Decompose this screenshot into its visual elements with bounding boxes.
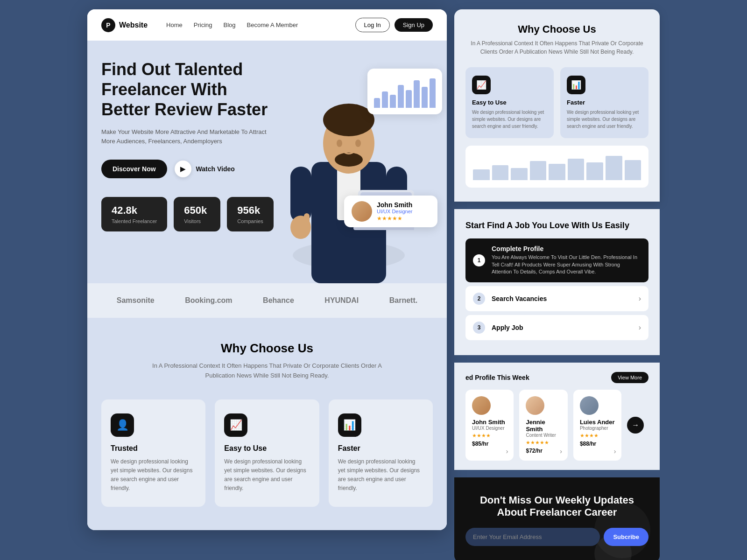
- step-3-chevron: ›: [639, 323, 641, 332]
- profile-john-rate: $85/hr: [472, 441, 507, 447]
- hero-section: Find Out Talented Freelancer With Better…: [87, 41, 447, 283]
- r-bar-3: [511, 168, 528, 180]
- step-2-title: Search Vacancies: [492, 295, 632, 302]
- profile-role: UI/UX Designer: [377, 209, 412, 214]
- right-faster-desc: We design professional looking yet simpl…: [567, 109, 642, 130]
- chart-bar-6: [414, 80, 420, 108]
- profile-jennie-avatar: [526, 396, 544, 415]
- step-2-chevron: ›: [639, 294, 641, 303]
- cta-email-input[interactable]: [465, 528, 600, 546]
- feature-trusted: 👤 Trusted We design professional looking…: [101, 399, 205, 507]
- profiles-list: John Smith UI/UX Designer ★★★★ $85/hr › …: [465, 390, 621, 461]
- view-more-button[interactable]: View More: [611, 372, 648, 383]
- right-chart: [465, 146, 648, 188]
- profile-luies-role: Photographer: [580, 426, 615, 431]
- step-2-text: Search Vacancies: [492, 295, 632, 302]
- nav-actions: Log In Sign Up: [355, 18, 433, 32]
- brand-samsonite: Samsonite: [117, 296, 155, 305]
- right-feature-faster: 📊 Faster We design professional looking …: [560, 67, 648, 138]
- brand-hyundai: HYUNDAI: [324, 296, 359, 305]
- profile-jennie: Jennie Smith Content Writer ★★★★★ $72/hr…: [519, 390, 567, 461]
- why-section: Why Choose Us In A Professional Context …: [87, 318, 447, 530]
- profile-luies-avatar: [580, 396, 599, 415]
- r-bar-1: [473, 169, 490, 180]
- trusted-icon: 👤: [111, 413, 134, 437]
- nav-links: Home Pricing Blog Become A Member: [166, 21, 341, 28]
- hero-chart-card: [367, 69, 442, 114]
- discover-button[interactable]: Discover Now: [101, 160, 167, 178]
- feature-trusted-desc: We design professional looking yet simpl…: [111, 457, 196, 493]
- login-button[interactable]: Log In: [355, 18, 390, 32]
- profile-jennie-name: Jennie Smith: [526, 419, 561, 433]
- signup-button[interactable]: Sign Up: [395, 18, 433, 32]
- profile-luies-stars: ★★★★: [580, 433, 615, 439]
- r-bar-4: [530, 161, 547, 180]
- hero-content: Find Out Talented Freelancer With Better…: [101, 59, 279, 231]
- profile-john-chevron[interactable]: ›: [506, 448, 508, 455]
- step-2[interactable]: 2 Search Vacancies ›: [465, 286, 648, 311]
- feature-trusted-title: Trusted: [111, 444, 196, 453]
- feature-easy-title: Easy to Use: [224, 444, 310, 453]
- chart-bar-3: [390, 95, 396, 108]
- chart-bar-7: [422, 87, 428, 108]
- profile-john-role: UI/UX Designer: [472, 426, 507, 431]
- hero-profile-card: John Smith UI/UX Designer ★★★★★: [344, 196, 437, 227]
- hero-title: Find Out Talented Freelancer With Better…: [101, 59, 279, 120]
- r-bar-7: [586, 162, 603, 180]
- steps-section: Start Find A Job You Love With Us Easily…: [454, 209, 660, 355]
- r-bar-5: [549, 164, 565, 180]
- step-3[interactable]: 3 Apply Job ›: [465, 315, 648, 340]
- nav-link-blog[interactable]: Blog: [224, 21, 236, 28]
- step-1[interactable]: 1 Complete Profile You Are Always Welcom…: [465, 238, 648, 282]
- profile-john-stars: ★★★★: [472, 433, 507, 439]
- svg-point-7: [335, 153, 363, 167]
- svg-point-6: [355, 140, 361, 147]
- profiles-next-button[interactable]: →: [627, 417, 644, 434]
- brand-booking: Booking.com: [185, 296, 232, 305]
- right-easy-title: Easy to Use: [472, 99, 547, 106]
- hero-subtitle: Make Your Website More Attractive And Ma…: [101, 127, 279, 147]
- chart-bar-4: [398, 85, 404, 108]
- easy-icon: 📈: [224, 413, 247, 437]
- steps-title: Start Find A Job You Love With Us Easily: [465, 220, 648, 231]
- stat-card-visitors: 650k Visitors: [174, 197, 220, 231]
- right-why-title: Why Choose Us: [465, 23, 648, 35]
- right-faster-title: Faster: [567, 99, 642, 106]
- nav-link-home[interactable]: Home: [166, 21, 183, 28]
- stat-card-freelancer: 42.8k Talented Freelancer: [101, 197, 167, 231]
- features-grid: 👤 Trusted We design professional looking…: [101, 399, 433, 507]
- stats: 42.8k Talented Freelancer 650k Visitors …: [101, 197, 279, 231]
- profile-avatar: [352, 201, 372, 222]
- feature-faster-title: Faster: [338, 444, 423, 453]
- step-1-desc: You Are Always Welcome To Visit Our Litt…: [492, 254, 641, 275]
- step-1-text: Complete Profile You Are Always Welcome …: [492, 245, 641, 275]
- step-1-title: Complete Profile: [492, 245, 641, 252]
- nav-link-member[interactable]: Become A Member: [247, 21, 298, 28]
- profile-john: John Smith UI/UX Designer ★★★★ $85/hr ›: [465, 390, 514, 461]
- subscribe-button[interactable]: Subcribe: [604, 528, 648, 546]
- chart-bar-1: [374, 98, 380, 108]
- stat-label-companies: Companies: [237, 218, 263, 224]
- step-3-title: Apply Job: [492, 324, 632, 331]
- watch-button[interactable]: ▶ Watch Video: [175, 161, 235, 177]
- why-subtitle: In A Professional Context It Often Happe…: [150, 361, 384, 381]
- nav-logo[interactable]: P Website: [101, 18, 148, 32]
- nav-link-pricing[interactable]: Pricing: [194, 21, 212, 28]
- right-panel: Why Choose Us In A Professional Context …: [454, 9, 660, 560]
- chart-bars: [374, 75, 436, 108]
- step-3-text: Apply Job: [492, 324, 632, 331]
- logo-icon: P: [101, 18, 115, 32]
- nav: P Website Home Pricing Blog Become A Mem…: [87, 9, 447, 41]
- stat-label-freelancer: Talented Freelancer: [112, 218, 157, 224]
- faster-icon: 📊: [338, 413, 361, 437]
- profile-jennie-role: Content Writer: [526, 433, 561, 438]
- r-bar-2: [492, 165, 509, 180]
- brands-section: Samsonite Booking.com Behance HYUNDAI Ba…: [87, 283, 447, 318]
- feature-easy: 📈 Easy to Use We design professional loo…: [215, 399, 319, 507]
- stat-number-companies: 956k: [237, 204, 263, 217]
- profile-luies-chevron[interactable]: ›: [614, 448, 616, 455]
- profile-jennie-chevron[interactable]: ›: [560, 448, 562, 455]
- profile-jennie-rate: $72/hr: [526, 448, 561, 454]
- right-why-section: Why Choose Us In A Professional Context …: [454, 9, 660, 202]
- profile-luies-name: Luies Ander: [580, 419, 615, 426]
